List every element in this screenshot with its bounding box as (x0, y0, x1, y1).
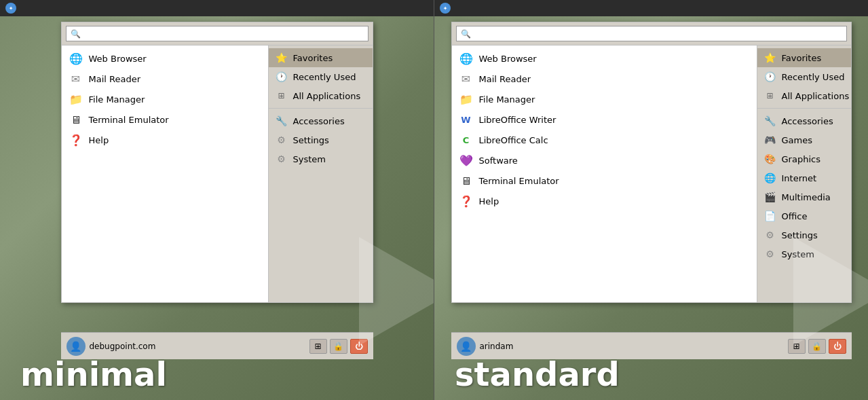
menu-item-mail-reader-right[interactable]: ✉ Mail Reader (452, 69, 757, 89)
terminal-label-left: Terminal Emulator (89, 115, 169, 125)
panel-label-right: standard (455, 355, 620, 393)
help-label-left: Help (89, 135, 109, 145)
sidebar-system-right[interactable]: ⚙ System (757, 244, 851, 263)
help-icon-left: ❓ (69, 132, 83, 147)
sidebar-divider-left (269, 108, 373, 109)
topbar-left (0, 0, 434, 16)
menu-item-terminal-right[interactable]: 🖥 Terminal Emulator (452, 170, 757, 191)
web-browser-icon-right: 🌐 (459, 51, 474, 66)
mail-reader-icon-left: ✉ (69, 71, 83, 86)
all-apps-icon-right: ⊞ (764, 90, 776, 102)
internet-icon-right: 🌐 (764, 172, 776, 184)
help-icon-right: ❓ (459, 194, 474, 208)
sidebar-favorites-right[interactable]: ⭐ Favorites (757, 48, 851, 67)
menu-item-writer-right[interactable]: W LibreOffice Writer (452, 109, 757, 130)
recently-used-label-left: Recently Used (293, 72, 356, 82)
calc-icon-right: C (459, 132, 474, 147)
search-icon-left: 🔍 (71, 29, 81, 39)
writer-label-right: LibreOffice Writer (479, 115, 556, 125)
file-manager-icon-right: 📁 (459, 92, 474, 107)
sidebar-graphics-right[interactable]: 🎨 Graphics (757, 149, 851, 168)
user-avatar-left: 👤 (67, 337, 86, 356)
sidebar-system-left[interactable]: ⚙ System (269, 149, 373, 168)
graphics-label-right: Graphics (782, 154, 820, 164)
web-browser-icon-left: 🌐 (69, 51, 83, 66)
favorites-label-right: Favorites (782, 53, 822, 63)
sidebar-accessories-left[interactable]: 🔧 Accessories (269, 111, 373, 130)
search-input-right[interactable] (474, 29, 842, 39)
lock-button-left[interactable]: 🔒 (330, 339, 347, 354)
sidebar-multimedia-right[interactable]: 🎬 Multimedia (757, 187, 851, 206)
all-apps-icon-left: ⊞ (276, 90, 288, 102)
recently-used-icon-left: 🕐 (276, 71, 288, 83)
menu-item-web-browser-left[interactable]: 🌐 Web Browser (62, 48, 268, 69)
menu-item-web-browser-right[interactable]: 🌐 Web Browser (452, 48, 757, 69)
web-browser-label-right: Web Browser (479, 54, 537, 64)
right-panel: 🔍 🌐 Web Browser ✉ Mail Reader 📁 File Man… (434, 0, 868, 400)
terminal-icon-right: 🖥 (459, 173, 474, 188)
menu-item-file-manager-left[interactable]: 📁 File Manager (62, 89, 268, 109)
system-label-left: System (293, 154, 326, 164)
sidebar-games-right[interactable]: 🎮 Games (757, 130, 851, 149)
search-row-left: 🔍 (61, 22, 373, 45)
sidebar-recently-used-right[interactable]: 🕐 Recently Used (757, 67, 851, 86)
menu-item-help-right[interactable]: ❓ Help (452, 191, 757, 211)
menu-item-calc-right[interactable]: C LibreOffice Calc (452, 130, 757, 150)
writer-icon-right: W (459, 112, 474, 127)
app-menu-left: 🔍 🌐 Web Browser ✉ Mail Reader 📁 File Man… (61, 22, 373, 303)
user-section-right: 👤 arindam (457, 337, 514, 356)
games-label-right: Games (782, 135, 812, 145)
sidebar-settings-left[interactable]: ⚙ Settings (269, 130, 373, 149)
internet-label-right: Internet (782, 173, 817, 183)
sidebar-office-right[interactable]: 📄 Office (757, 206, 851, 225)
panel-label-left: minimal (20, 355, 167, 393)
system-icon-left: ⚙ (276, 153, 288, 165)
file-manager-label-right: File Manager (479, 94, 535, 105)
sidebar-favorites-left[interactable]: ⭐ Favorites (269, 48, 373, 67)
username-right: arindam (480, 342, 514, 351)
software-icon-right: 💜 (459, 153, 474, 168)
search-field-right[interactable]: 🔍 (456, 26, 847, 41)
xfce-icon-left[interactable] (5, 3, 16, 14)
accessories-label-right: Accessories (782, 116, 833, 126)
all-apps-label-left: All Applications (293, 91, 361, 101)
menu-item-software-right[interactable]: 💜 Software (452, 150, 757, 170)
switch-user-button-left[interactable]: ⊞ (309, 339, 327, 354)
lock-button-right[interactable]: 🔒 (808, 339, 826, 354)
sidebar-all-apps-left[interactable]: ⊞ All Applications (269, 86, 373, 105)
recently-used-label-right: Recently Used (782, 72, 845, 82)
accessories-icon-right: 🔧 (764, 115, 776, 127)
multimedia-label-right: Multimedia (782, 192, 831, 202)
sidebar-right: ⭐ Favorites 🕐 Recently Used ⊞ All Applic… (757, 45, 852, 303)
logout-button-right[interactable]: ⏻ (829, 339, 846, 354)
favorites-icon-right: ⭐ (764, 52, 776, 64)
search-field-left[interactable]: 🔍 (66, 26, 369, 41)
software-label-right: Software (479, 156, 518, 166)
system-icon-right: ⚙ (764, 248, 776, 260)
sidebar-accessories-right[interactable]: 🔧 Accessories (757, 111, 851, 130)
logout-button-left[interactable]: ⏻ (350, 339, 368, 354)
file-manager-icon-left: 📁 (69, 92, 83, 107)
bottom-bar-left: 👤 debugpoint.com ⊞ 🔒 ⏻ (61, 332, 373, 359)
menu-item-help-left[interactable]: ❓ Help (62, 130, 268, 150)
all-apps-label-right: All Applications (782, 91, 850, 101)
menu-item-terminal-left[interactable]: 🖥 Terminal Emulator (62, 109, 268, 130)
search-input-left[interactable] (83, 29, 364, 39)
sidebar-internet-right[interactable]: 🌐 Internet (757, 168, 851, 187)
search-icon-right: 🔍 (461, 29, 471, 39)
help-label-right: Help (479, 196, 499, 206)
mail-reader-label-left: Mail Reader (89, 74, 141, 84)
main-list-left: 🌐 Web Browser ✉ Mail Reader 📁 File Manag… (61, 45, 268, 303)
switch-user-button-right[interactable]: ⊞ (788, 339, 806, 354)
sidebar-all-apps-right[interactable]: ⊞ All Applications (757, 86, 851, 105)
app-menu-right: 🔍 🌐 Web Browser ✉ Mail Reader 📁 File Man… (451, 22, 852, 303)
office-icon-right: 📄 (764, 210, 776, 222)
menus-row-left: 🌐 Web Browser ✉ Mail Reader 📁 File Manag… (61, 45, 373, 303)
main-list-right: 🌐 Web Browser ✉ Mail Reader 📁 File Manag… (451, 45, 757, 303)
menu-item-file-manager-right[interactable]: 📁 File Manager (452, 89, 757, 109)
sidebar-recently-used-left[interactable]: 🕐 Recently Used (269, 67, 373, 86)
favorites-icon-left: ⭐ (276, 52, 288, 64)
sidebar-settings-right[interactable]: ⚙ Settings (757, 225, 851, 244)
menu-item-mail-reader-left[interactable]: ✉ Mail Reader (62, 69, 268, 89)
xfce-icon-right[interactable] (440, 3, 451, 14)
